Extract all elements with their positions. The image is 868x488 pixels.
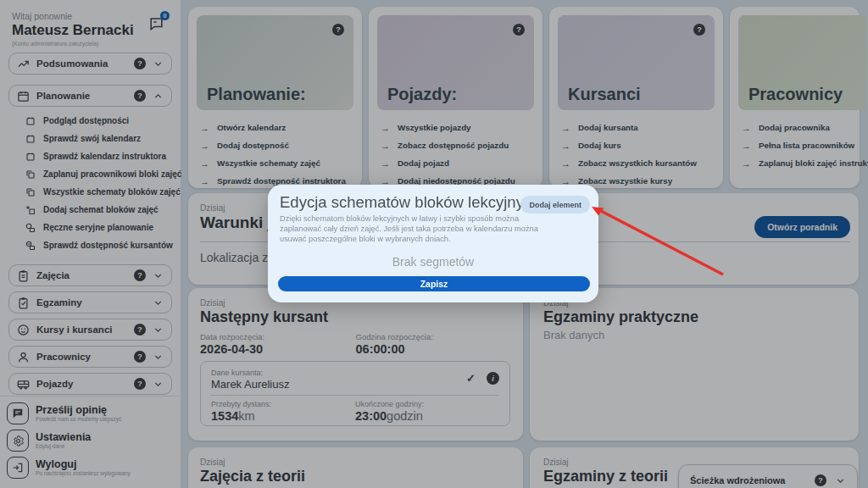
- modal-description: Dzięki schematom bloków lekcyjnych w łat…: [280, 214, 544, 245]
- add-element-button[interactable]: Dodaj element: [520, 196, 590, 214]
- save-button[interactable]: Zapisz: [278, 276, 590, 291]
- no-segments-text: Brak segmetów: [280, 255, 587, 269]
- lesson-blocks-modal: Edycja schematów bloków lekcyjnych Dodaj…: [268, 185, 598, 302]
